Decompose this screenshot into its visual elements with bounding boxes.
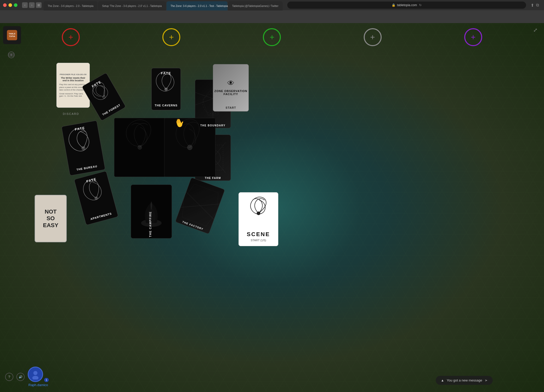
maximize-button[interactable] — [14, 3, 17, 7]
svg-point-22 — [94, 196, 98, 200]
not-so-easy-card[interactable]: NOTSOEASY — [35, 195, 67, 242]
boundary-label: THE BOUNDARY — [195, 123, 231, 128]
bottom-bar: ? 🔊 1 Raph.damico — [5, 367, 49, 387]
minimize-button[interactable] — [8, 3, 12, 7]
scene-title: SCENE — [247, 231, 270, 238]
add-player-red-button[interactable]: + — [62, 28, 80, 46]
svg-point-31 — [33, 371, 37, 375]
player-buttons: + + + + + — [0, 28, 544, 46]
titlebar: ‹ › ⊞ The Zone - 3-6 players - 2.0 - Tab… — [0, 0, 544, 10]
player-name: Raph.damico — [28, 383, 48, 387]
svg-point-29 — [257, 212, 260, 215]
fate-apartments-card[interactable]: FATE APARTMENTS — [74, 171, 118, 225]
forward-button[interactable]: › — [29, 2, 35, 8]
tab-2[interactable]: Setup 'The Zone - 3-6 players - 2.0' v1.… — [98, 1, 166, 11]
add-player-white-button[interactable]: + — [364, 28, 382, 46]
svg-line-19 — [181, 192, 220, 219]
sound-icon: 🔊 — [19, 375, 23, 379]
sound-button[interactable]: 🔊 — [16, 373, 25, 381]
svg-point-26 — [138, 145, 142, 149]
add-player-purple-button[interactable]: + — [464, 28, 482, 46]
svg-point-8 — [164, 88, 167, 91]
address-bar[interactable]: 🔒 tabletopia.com ↻ — [287, 2, 526, 9]
fate-caverns-card[interactable]: FATE THE CAVERNS — [151, 68, 181, 110]
share-icon[interactable]: ⬆ — [531, 3, 534, 8]
fate-caverns-fate-label: FATE — [152, 71, 181, 75]
observation-title: ZONE OBSERVATION FACILITY — [213, 88, 249, 97]
browser-nav: ‹ › ⊞ — [22, 2, 42, 8]
tab-3[interactable]: The Zone: 3-6 players - 2.0 v1.1 - Test … — [166, 1, 228, 11]
campfire-label: THE CAMPFIRE — [131, 185, 170, 238]
player-avatar[interactable] — [28, 367, 43, 382]
message-toast[interactable]: ▲ You got a new message ➤ — [436, 376, 493, 385]
observation-start-label: START — [226, 106, 236, 109]
factory-card[interactable]: THE FACTORY — [175, 177, 225, 234]
player-info: 1 Raph.damico — [28, 367, 49, 387]
card-count-badge: 1 — [44, 378, 49, 382]
add-player-green-button[interactable]: + — [263, 28, 281, 46]
tab-4[interactable]: Tabletopia (@TabletopiaGames) / Twitter — [228, 1, 283, 11]
scene-subtitle: START (1/5) — [251, 239, 266, 242]
observation-card[interactable]: 👁 ZONE OBSERVATION FACILITY START — [213, 64, 249, 112]
message-text: You got a new message — [447, 378, 482, 382]
message-send-icon[interactable]: ➤ — [485, 378, 488, 382]
back-button[interactable]: ‹ — [22, 2, 28, 8]
help-button[interactable]: ? — [5, 373, 13, 381]
zone-center-left[interactable] — [114, 118, 165, 177]
sidebar-icon[interactable]: ⧉ — [536, 3, 539, 8]
fate-caverns-location-label: THE CAVERNS — [152, 104, 181, 107]
not-so-easy-text: NOTSOEASY — [41, 206, 61, 231]
message-expand-icon: ▲ — [441, 378, 444, 382]
scene-card[interactable]: SCENE START (1/5) — [239, 192, 278, 246]
tab-overview-button[interactable]: ⊞ — [36, 2, 42, 8]
add-player-yellow-button[interactable]: + — [162, 28, 180, 46]
campfire-card[interactable]: THE CAMPFIRE — [131, 185, 172, 238]
game-board: TABLE TOPIA ⤢ + + + + + PRISONER FILE #1… — [0, 23, 544, 392]
discard-label: DISCARD — [63, 112, 79, 115]
tab-1[interactable]: The Zone - 3-6 players - 2.0 - Tabletopi… — [44, 1, 97, 11]
browser-chrome: ‹ › ⊞ The Zone - 3-6 players - 2.0 - Tab… — [0, 0, 544, 23]
traffic-lights — [3, 3, 17, 7]
observation-icon: 👁 — [227, 79, 234, 87]
close-button[interactable] — [3, 3, 7, 7]
fate-bureau-card[interactable]: FATE THE BUREAU — [61, 120, 105, 176]
spy-icon[interactable] — [8, 51, 15, 60]
farm-label: THE FARM — [195, 176, 231, 180]
